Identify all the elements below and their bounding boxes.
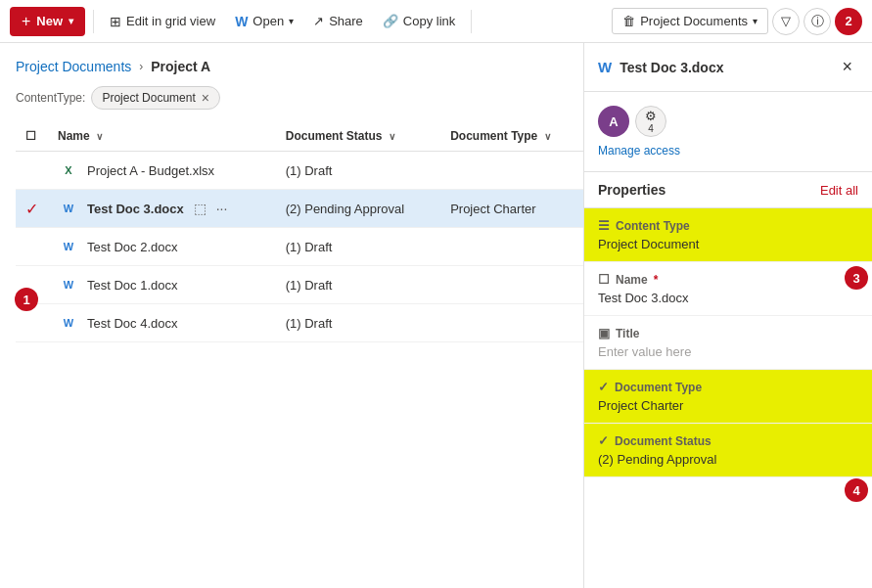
edit-grid-button[interactable]: ⊞ Edit in grid view [102, 9, 223, 34]
name-cell[interactable]: W Test Doc 1.docx [48, 266, 276, 304]
plus-icon: + [22, 13, 30, 30]
file-name[interactable]: Project A - Budget.xlsx [87, 163, 214, 178]
sort-icon-type: ∨ [544, 131, 551, 142]
table-header-row: ☐ Name ∨ Document Status ∨ Document Type… [16, 121, 583, 152]
property-label-title: ▣ Title [598, 326, 858, 340]
file-icon: W [58, 198, 79, 219]
right-panel: W Test Doc 3.docx × A ⚙ 4 Manage access … [583, 43, 872, 588]
table-row[interactable]: W Test Doc 2.docx (1) Draft [16, 228, 583, 266]
project-docs-button[interactable]: 🗑 Project Documents ▾ [612, 8, 768, 34]
type-cell [440, 228, 583, 266]
share-button[interactable]: ↗ Share [305, 9, 371, 33]
sort-icon-status: ∨ [389, 131, 395, 142]
status-cell: (1) Draft [276, 266, 440, 304]
table-row[interactable]: X Project A - Budget.xlsx (1) Draft [16, 152, 583, 190]
col-name[interactable]: Name ∨ [48, 121, 276, 152]
chevron-down-icon: ▾ [69, 16, 73, 26]
open-button[interactable]: W Open ▾ [227, 9, 301, 34]
filter-chip-close[interactable]: × [202, 90, 209, 106]
name-cell[interactable]: W Test Doc 2.docx [48, 228, 276, 266]
name-cell[interactable]: W Test Doc 4.docx [48, 304, 276, 342]
filter-chip[interactable]: Project Document × [91, 86, 220, 110]
badge-3: 3 [845, 266, 868, 290]
col-type[interactable]: Document Type ∨ [440, 121, 583, 152]
property-value-document_status: (2) Pending Approval [598, 452, 858, 467]
access-section: A ⚙ 4 Manage access [584, 92, 872, 172]
toolbar-right: 🗑 Project Documents ▾ ▽ ⓘ 2 [612, 8, 862, 35]
title-icon: ▣ [598, 326, 610, 340]
property-label-text-document_status: Document Status [615, 434, 711, 448]
edit-all-button[interactable]: Edit all [820, 183, 858, 198]
file-name[interactable]: Test Doc 4.docx [87, 316, 178, 331]
trash-icon: 🗑 [622, 14, 635, 28]
access-group-icon: ⚙ 4 [635, 106, 666, 137]
property-label-document_status: ✓ Document Status [598, 433, 858, 448]
property-value-document_type: Project Charter [598, 398, 858, 413]
property-value-title[interactable]: Enter value here [598, 344, 858, 359]
property-label-text-content_type: Content Type [616, 219, 690, 233]
file-name[interactable]: Test Doc 3.docx [87, 202, 184, 216]
group-count: 4 [648, 123, 654, 134]
property-value-content_type: Project Document [598, 237, 858, 251]
group-icon: ⚙ [645, 109, 657, 123]
property-item-title: ▣ Title Enter value here [584, 316, 872, 370]
word-doc-icon: W [598, 59, 612, 75]
property-label-document_type: ✓ Document Type [598, 380, 858, 394]
property-items: ☰ Content Type Project Document ☐ Name *… [584, 208, 872, 477]
property-label-text-title: Title [616, 327, 639, 340]
new-label: New [36, 14, 63, 28]
open-label: Open [252, 14, 284, 28]
required-indicator: * [654, 273, 659, 287]
copy-link-label: Copy link [403, 14, 455, 28]
type-cell: Project Charter [440, 190, 583, 228]
table-row[interactable]: W Test Doc 1.docx (1) Draft [16, 266, 583, 304]
status-cell: (1) Draft [276, 228, 440, 266]
breadcrumb-parent[interactable]: Project Documents [16, 59, 131, 74]
share-label: Share [329, 14, 363, 28]
user-badge-button[interactable]: 2 [835, 8, 862, 35]
status-cell: (1) Draft [276, 152, 440, 190]
type-cell [440, 266, 583, 304]
file-name[interactable]: Test Doc 1.docx [87, 278, 178, 293]
type-cell [440, 304, 583, 342]
panel-title: Test Doc 3.docx [620, 60, 828, 75]
table-row[interactable]: ✓ W Test Doc 3.docx ⬚ ··· (2) Pending Ap… [16, 190, 583, 228]
breadcrumb-separator: › [139, 60, 143, 73]
content_type-icon: ☰ [598, 218, 610, 233]
breadcrumb-current: Project A [151, 59, 210, 74]
file-icon: X [58, 159, 79, 181]
left-panel: Project Documents › Project A ContentTyp… [0, 43, 583, 588]
name-cell[interactable]: W Test Doc 3.docx ⬚ ··· [48, 190, 276, 228]
col-status[interactable]: Document Status ∨ [276, 121, 440, 152]
info-button[interactable]: ⓘ [803, 8, 831, 35]
property-label-text-name: Name [616, 273, 648, 287]
file-type-icon: ☐ [25, 129, 36, 143]
col-icon: ☐ [16, 121, 48, 152]
filter-button[interactable]: ▽ [772, 8, 800, 35]
file-icon: W [58, 312, 79, 334]
more-row-button[interactable]: ··· [214, 199, 230, 218]
file-name[interactable]: Test Doc 2.docx [87, 240, 178, 254]
selected-indicator: ✓ [16, 190, 48, 228]
grid-icon: ⊞ [110, 14, 121, 29]
panel-close-button[interactable]: × [836, 55, 858, 79]
filter-icon: ▽ [781, 14, 791, 28]
property-label-content_type: ☰ Content Type [598, 218, 858, 233]
manage-access-link[interactable]: Manage access [598, 144, 680, 158]
document_type-icon: ✓ [598, 380, 609, 394]
file-table-body: X Project A - Budget.xlsx (1) Draft ✓ W … [16, 152, 583, 342]
document_status-icon: ✓ [598, 433, 609, 448]
panel-header: W Test Doc 3.docx × [584, 43, 872, 92]
chevron-docs-icon: ▾ [753, 16, 757, 26]
new-button[interactable]: + New ▾ [10, 7, 85, 36]
name-cell[interactable]: X Project A - Budget.xlsx [48, 152, 276, 190]
property-item-document_type: ✓ Document Type Project Charter [584, 370, 872, 424]
table-row[interactable]: W Test Doc 4.docx (1) Draft [16, 304, 583, 342]
link-icon: 🔗 [383, 14, 398, 28]
properties-header: Properties Edit all [584, 172, 872, 208]
avatar-initials: A [609, 114, 618, 129]
avatar: A [598, 106, 629, 137]
share-row-button[interactable]: ⬚ [192, 199, 208, 218]
copy-link-button[interactable]: 🔗 Copy link [375, 9, 463, 33]
user-badge-number: 2 [845, 14, 851, 28]
